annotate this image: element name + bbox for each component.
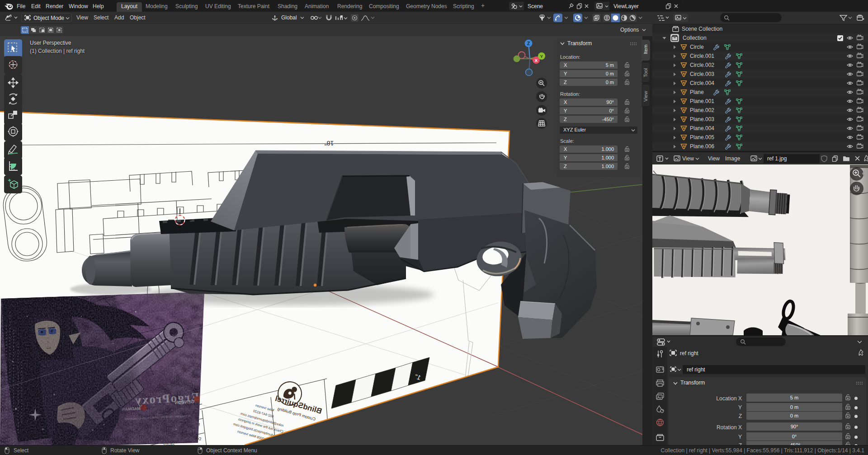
svg-text:18": 18" [325, 140, 334, 147]
svg-text:Y: Y [540, 54, 543, 59]
svg-text:Z: Z [527, 41, 530, 46]
svg-text:X: X [535, 58, 538, 63]
